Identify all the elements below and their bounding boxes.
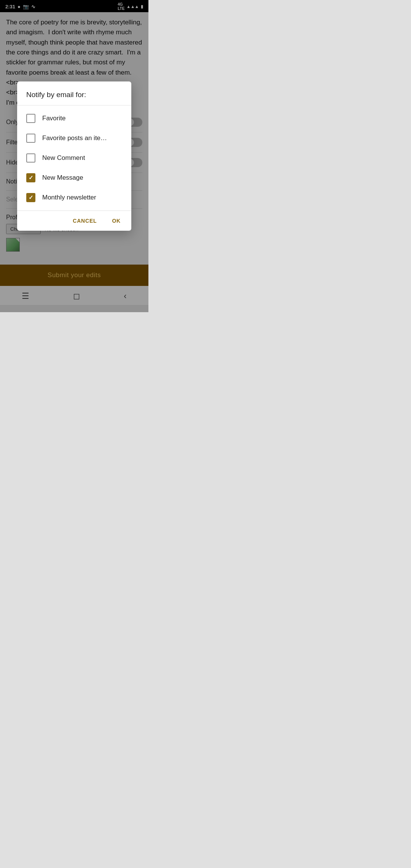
- checkbox-row-favorite[interactable]: Favorite: [17, 108, 131, 128]
- checkbox-row-favorite-posts[interactable]: Favorite posts an ite…: [17, 128, 131, 148]
- checkbox-label-favorite-posts: Favorite posts an ite…: [42, 134, 107, 142]
- checkbox-label-favorite: Favorite: [42, 115, 65, 122]
- notify-dialog: Notify by email for: Favorite Favorite p…: [17, 81, 131, 231]
- checkbox-row-new-comment[interactable]: New Comment: [17, 148, 131, 168]
- modal-title: Notify by email for:: [17, 81, 131, 105]
- modal-body: Favorite Favorite posts an ite… New Comm…: [17, 105, 131, 211]
- checkbox-label-new-comment: New Comment: [42, 154, 85, 162]
- checkbox-new-message[interactable]: ✓: [26, 173, 35, 182]
- checkbox-row-new-message[interactable]: ✓ New Message: [17, 168, 131, 188]
- checkbox-favorite[interactable]: [26, 114, 35, 123]
- checkbox-monthly-newsletter[interactable]: ✓: [26, 193, 35, 202]
- checkbox-label-new-message: New Message: [42, 174, 83, 182]
- cancel-button[interactable]: CANCEL: [68, 215, 101, 227]
- checkbox-label-monthly-newsletter: Monthly newsletter: [42, 194, 96, 201]
- modal-overlay: Notify by email for: Favorite Favorite p…: [0, 0, 148, 312]
- ok-button[interactable]: OK: [107, 215, 125, 227]
- checkbox-row-monthly-newsletter[interactable]: ✓ Monthly newsletter: [17, 188, 131, 207]
- checkmark-monthly-newsletter: ✓: [29, 194, 33, 201]
- checkmark-new-message: ✓: [29, 174, 33, 181]
- checkbox-new-comment[interactable]: [26, 153, 35, 163]
- checkbox-favorite-posts[interactable]: [26, 134, 35, 143]
- modal-footer: CANCEL OK: [17, 211, 131, 231]
